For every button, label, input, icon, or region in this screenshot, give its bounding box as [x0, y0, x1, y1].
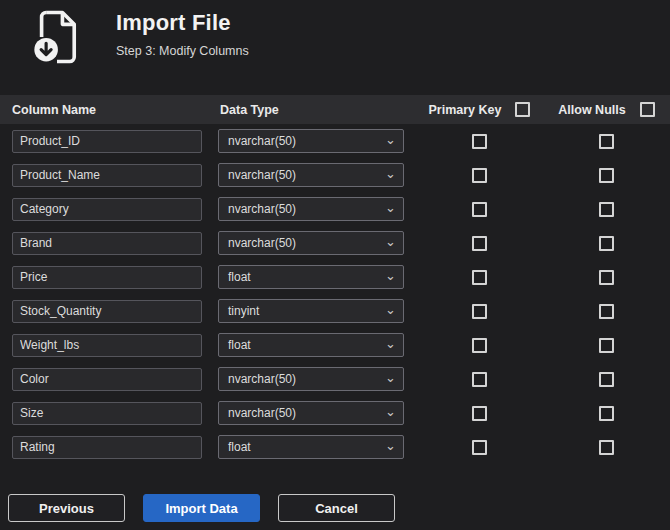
allow-nulls-checkbox[interactable]: [599, 304, 614, 319]
primary-key-checkbox[interactable]: [472, 372, 487, 387]
data-type-value: nvarchar(50): [228, 168, 296, 182]
column-name-cell: [0, 232, 216, 255]
dialog-header: Import File Step 3: Modify Columns: [0, 0, 670, 95]
allow-nulls-checkbox[interactable]: [599, 168, 614, 183]
data-type-cell: float ⌄: [216, 333, 416, 357]
allow-nulls-select-all-checkbox[interactable]: [640, 102, 655, 117]
allow-nulls-cell: [543, 168, 670, 183]
column-name-input[interactable]: [12, 266, 202, 289]
data-type-header: Data Type: [216, 103, 416, 117]
primary-key-checkbox[interactable]: [472, 236, 487, 251]
column-name-cell: [0, 198, 216, 221]
primary-key-cell: [416, 236, 543, 251]
data-type-value: nvarchar(50): [228, 372, 296, 386]
previous-button[interactable]: Previous: [8, 494, 125, 522]
primary-key-checkbox[interactable]: [472, 304, 487, 319]
data-type-value: float: [228, 338, 251, 352]
column-name-cell: [0, 300, 216, 323]
primary-key-cell: [416, 270, 543, 285]
chevron-down-icon: ⌄: [385, 167, 396, 180]
chevron-down-icon: ⌄: [385, 405, 396, 418]
primary-key-checkbox[interactable]: [472, 338, 487, 353]
column-name-cell: [0, 436, 216, 459]
table-row: float ⌄: [0, 328, 670, 362]
column-name-cell: [0, 164, 216, 187]
allow-nulls-checkbox[interactable]: [599, 270, 614, 285]
data-type-select[interactable]: nvarchar(50) ⌄: [218, 367, 404, 391]
data-type-value: float: [228, 270, 251, 284]
table-row: float ⌄: [0, 430, 670, 464]
primary-key-cell: [416, 440, 543, 455]
primary-key-checkbox[interactable]: [472, 406, 487, 421]
data-type-value: tinyint: [228, 304, 259, 318]
data-type-select[interactable]: nvarchar(50) ⌄: [218, 129, 404, 153]
chevron-down-icon: ⌄: [385, 303, 396, 316]
table-row: nvarchar(50) ⌄: [0, 158, 670, 192]
chevron-down-icon: ⌄: [385, 201, 396, 214]
table-row: nvarchar(50) ⌄: [0, 192, 670, 226]
data-type-select[interactable]: nvarchar(50) ⌄: [218, 197, 404, 221]
chevron-down-icon: ⌄: [385, 269, 396, 282]
primary-key-header: Primary Key: [429, 103, 502, 117]
primary-key-cell: [416, 338, 543, 353]
allow-nulls-checkbox[interactable]: [599, 236, 614, 251]
data-type-cell: nvarchar(50) ⌄: [216, 163, 416, 187]
column-name-input[interactable]: [12, 198, 202, 221]
primary-key-select-all-checkbox[interactable]: [515, 102, 530, 117]
column-name-input[interactable]: [12, 436, 202, 459]
data-type-select[interactable]: nvarchar(50) ⌄: [218, 401, 404, 425]
primary-key-checkbox[interactable]: [472, 440, 487, 455]
primary-key-checkbox[interactable]: [472, 202, 487, 217]
allow-nulls-checkbox[interactable]: [599, 372, 614, 387]
data-type-cell: nvarchar(50) ⌄: [216, 129, 416, 153]
table-row: nvarchar(50) ⌄: [0, 124, 670, 158]
file-download-icon: [28, 8, 86, 66]
table-row: nvarchar(50) ⌄: [0, 362, 670, 396]
import-file-dialog: Import File Step 3: Modify Columns Colum…: [0, 0, 670, 530]
table-row: float ⌄: [0, 260, 670, 294]
data-type-cell: tinyint ⌄: [216, 299, 416, 323]
column-name-input[interactable]: [12, 164, 202, 187]
chevron-down-icon: ⌄: [385, 133, 396, 146]
primary-key-cell: [416, 406, 543, 421]
data-type-select[interactable]: nvarchar(50) ⌄: [218, 163, 404, 187]
allow-nulls-cell: [543, 270, 670, 285]
data-type-cell: nvarchar(50) ⌄: [216, 401, 416, 425]
data-type-select[interactable]: tinyint ⌄: [218, 299, 404, 323]
data-type-select[interactable]: nvarchar(50) ⌄: [218, 231, 404, 255]
column-name-input[interactable]: [12, 368, 202, 391]
allow-nulls-cell: [543, 134, 670, 149]
data-type-select[interactable]: float ⌄: [218, 435, 404, 459]
allow-nulls-checkbox[interactable]: [599, 202, 614, 217]
cancel-button[interactable]: Cancel: [278, 494, 395, 522]
data-type-select[interactable]: float ⌄: [218, 265, 404, 289]
column-name-input[interactable]: [12, 334, 202, 357]
primary-key-checkbox[interactable]: [472, 270, 487, 285]
data-type-value: nvarchar(50): [228, 236, 296, 250]
allow-nulls-checkbox[interactable]: [599, 134, 614, 149]
data-type-cell: nvarchar(50) ⌄: [216, 367, 416, 391]
header-titles: Import File Step 3: Modify Columns: [116, 8, 249, 58]
column-name-cell: [0, 334, 216, 357]
primary-key-checkbox[interactable]: [472, 168, 487, 183]
data-type-select[interactable]: float ⌄: [218, 333, 404, 357]
column-name-input[interactable]: [12, 402, 202, 425]
allow-nulls-cell: [543, 372, 670, 387]
primary-key-checkbox[interactable]: [472, 134, 487, 149]
column-name-cell: [0, 130, 216, 153]
page-title: Import File: [116, 10, 249, 36]
allow-nulls-checkbox[interactable]: [599, 406, 614, 421]
allow-nulls-checkbox[interactable]: [599, 338, 614, 353]
allow-nulls-header-group: Allow Nulls: [543, 102, 670, 117]
column-name-input[interactable]: [12, 300, 202, 323]
column-name-header: Column Name: [0, 103, 216, 117]
column-name-input[interactable]: [12, 232, 202, 255]
import-data-button[interactable]: Import Data: [143, 494, 260, 522]
column-name-input[interactable]: [12, 130, 202, 153]
data-type-cell: float ⌄: [216, 265, 416, 289]
table-header: Column Name Data Type Primary Key Allow …: [0, 95, 670, 124]
primary-key-header-group: Primary Key: [416, 102, 543, 117]
allow-nulls-checkbox[interactable]: [599, 440, 614, 455]
column-name-cell: [0, 368, 216, 391]
data-type-cell: nvarchar(50) ⌄: [216, 197, 416, 221]
